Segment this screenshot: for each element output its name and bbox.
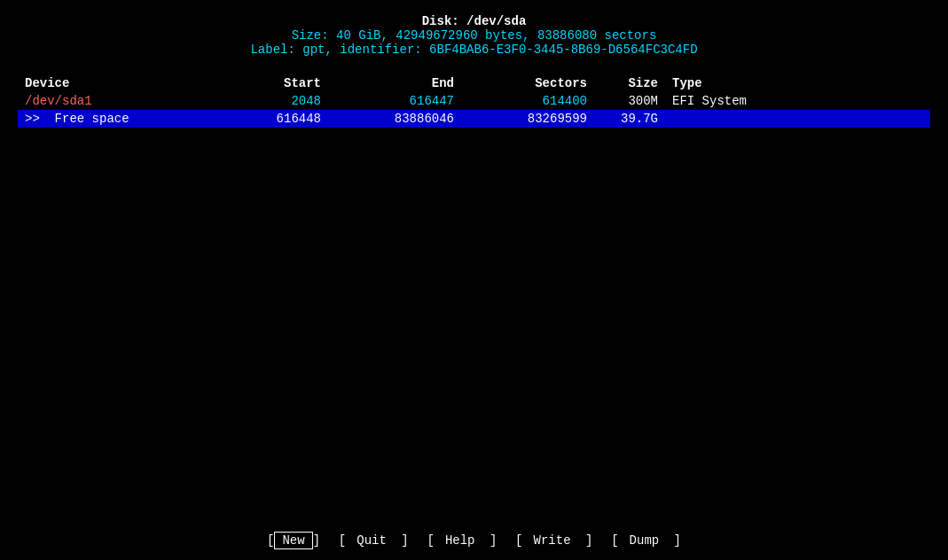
cell-sectors: 614400 (461, 92, 594, 110)
cell-freespace-sectors: 83269599 (461, 110, 594, 128)
help-bracket-close: ] (482, 533, 498, 548)
col-header-start: Start (195, 74, 328, 92)
freespace-arrow: >> (25, 112, 55, 126)
cell-device: /dev/sda1 (18, 92, 195, 110)
cell-size: 300M (594, 92, 665, 110)
help-button[interactable]: Help (438, 533, 482, 548)
col-header-device: Device (18, 74, 195, 92)
write-button[interactable]: Write (527, 533, 578, 548)
quit-bracket-close: ] (394, 533, 409, 548)
partition-table: Device Start End Sectors Size Type /dev/… (18, 74, 930, 128)
write-bracket-close: ] (578, 533, 593, 548)
disk-size-line: Size: 40 GiB, 42949672960 bytes, 8388608… (18, 28, 930, 43)
cell-freespace-end: 83886046 (328, 110, 461, 128)
cell-freespace-size: 39.7G (594, 110, 665, 128)
col-header-size: Size (594, 74, 665, 92)
freespace-row[interactable]: >> Free space 616448 83886046 83269599 3… (18, 110, 930, 128)
new-bracket-close: ] (313, 533, 320, 548)
col-header-type: Type (665, 74, 930, 92)
new-button[interactable]: New (274, 532, 312, 549)
quit-button[interactable]: Quit (349, 533, 394, 548)
table-row[interactable]: /dev/sda1 2048 616447 614400 300M EFI Sy… (18, 92, 930, 110)
main-content: Disk: /dev/sda Size: 40 GiB, 42949672960… (0, 0, 948, 525)
cell-freespace-label: >> Free space (18, 110, 195, 128)
dump-button[interactable]: Dump (623, 533, 667, 548)
cell-end: 616447 (328, 92, 461, 110)
disk-title: Disk: /dev/sda (18, 14, 930, 28)
sep2: [ (412, 533, 435, 548)
cell-type: EFI System (665, 92, 930, 110)
cell-freespace-type (665, 110, 930, 128)
col-header-sectors: Sectors (461, 74, 594, 92)
cell-freespace-start: 616448 (195, 110, 328, 128)
disk-header: Disk: /dev/sda Size: 40 GiB, 42949672960… (18, 14, 930, 57)
dump-bracket-close: ] (666, 533, 681, 548)
cell-start: 2048 (195, 92, 328, 110)
bottom-bar: [ New ] [ Quit ] [ Help ] [ Write ] [ Du… (0, 525, 948, 560)
new-bracket-open: [ (267, 533, 274, 548)
disk-label-line: Label: gpt, identifier: 6BF4BAB6-E3F0-34… (18, 43, 930, 57)
sep3: [ (500, 533, 522, 548)
sep4: [ (596, 533, 618, 548)
col-header-end: End (328, 74, 461, 92)
sep1: [ (324, 533, 346, 548)
table-header-row: Device Start End Sectors Size Type (18, 74, 930, 92)
